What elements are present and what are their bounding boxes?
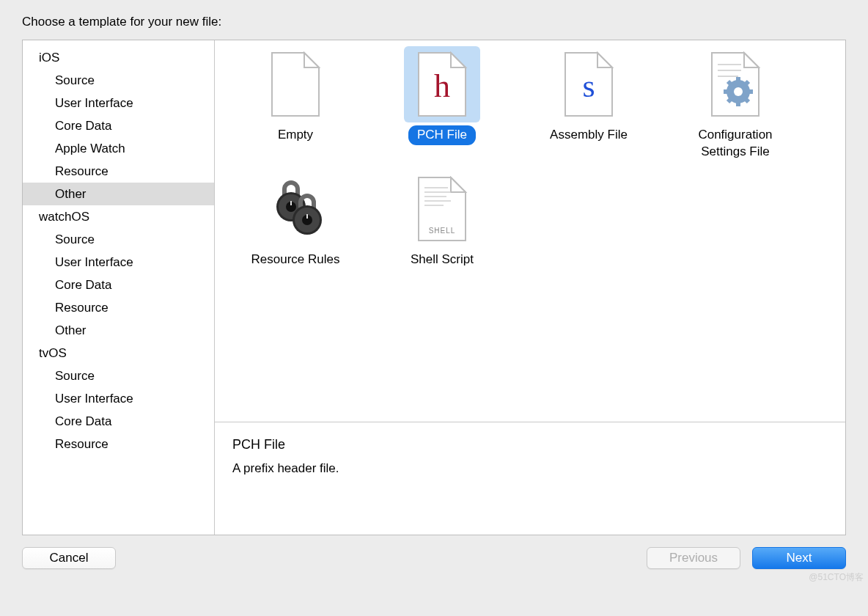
sidebar-item-ios-user-interface[interactable]: User Interface [23,92,214,114]
svg-text:h: h [434,68,450,104]
template-grid: Empty h PCH File [215,40,845,422]
dialog-title: Choose a template for your new file: [22,15,846,40]
resource-rules-icon [257,171,334,247]
previous-button: Previous [647,547,740,569]
description-title: PCH File [232,437,828,452]
sidebar-item-watchos-user-interface[interactable]: User Interface [23,251,214,274]
dialog-footer: Cancel Previous Next [22,535,846,569]
svg-text:SHELL: SHELL [429,227,456,235]
sidebar-item-watchos-core-data[interactable]: Core Data [23,274,214,296]
sidebar-item-tvos-resource[interactable]: Resource [23,433,214,455]
template-label: Configuration Settings File [669,125,801,162]
new-file-template-dialog: Choose a template for your new file: iOS… [0,0,868,616]
config-file-icon [697,46,773,122]
sidebar-header-watchos[interactable]: watchOS [23,205,214,228]
template-empty[interactable]: Empty [222,40,369,165]
assembly-file-icon: s [551,46,627,122]
sidebar-header-tvos[interactable]: tvOS [23,342,214,364]
empty-file-icon [257,46,334,122]
template-pch-file[interactable]: h PCH File [369,40,515,165]
sidebar-item-watchos-other[interactable]: Other [23,319,214,342]
template-assembly-file[interactable]: s Assembly File [515,40,662,165]
svg-line-10 [728,81,731,84]
svg-text:s: s [582,68,595,104]
sidebar-item-watchos-resource[interactable]: Resource [23,296,214,319]
template-content-area: Empty h PCH File [215,40,845,535]
sidebar-item-ios-core-data[interactable]: Core Data [23,114,214,137]
sidebar-header-ios[interactable]: iOS [23,46,214,69]
template-label: Empty [269,125,322,145]
template-resource-rules[interactable]: Resource Rules [222,165,369,290]
sidebar-item-ios-source[interactable]: Source [23,69,214,92]
sidebar-item-watchos-source[interactable]: Source [23,228,214,251]
cancel-button[interactable]: Cancel [22,547,116,569]
template-label: PCH File [408,125,476,145]
sidebar-item-ios-apple-watch[interactable]: Apple Watch [23,137,214,160]
svg-rect-18 [290,201,292,205]
sidebar-item-tvos-core-data[interactable]: Core Data [23,410,214,433]
svg-line-12 [728,99,731,102]
watermark: @51CTO博客 [809,571,864,584]
svg-point-14 [734,87,743,96]
template-label: Resource Rules [243,250,349,270]
sidebar-item-tvos-source[interactable]: Source [23,364,214,387]
template-label: Shell Script [402,250,482,270]
svg-rect-22 [306,214,308,219]
template-label: Assembly File [541,125,636,145]
sidebar-item-tvos-user-interface[interactable]: User Interface [23,387,214,410]
svg-line-11 [746,81,749,84]
template-configuration-settings-file[interactable]: Configuration Settings File [662,40,809,165]
template-description-panel: PCH File A prefix header file. [215,422,845,535]
next-button[interactable]: Next [752,547,846,569]
main-panel: iOS Source User Interface Core Data Appl… [22,40,846,535]
sidebar-item-ios-resource[interactable]: Resource [23,160,214,183]
template-shell-script[interactable]: SHELL Shell Script [369,165,515,290]
category-sidebar: iOS Source User Interface Core Data Appl… [23,40,215,535]
shell-script-icon: SHELL [404,171,480,247]
description-body: A prefix header file. [232,461,828,476]
pch-file-icon: h [404,46,480,122]
svg-line-13 [746,99,749,102]
sidebar-item-ios-other[interactable]: Other [23,183,214,205]
